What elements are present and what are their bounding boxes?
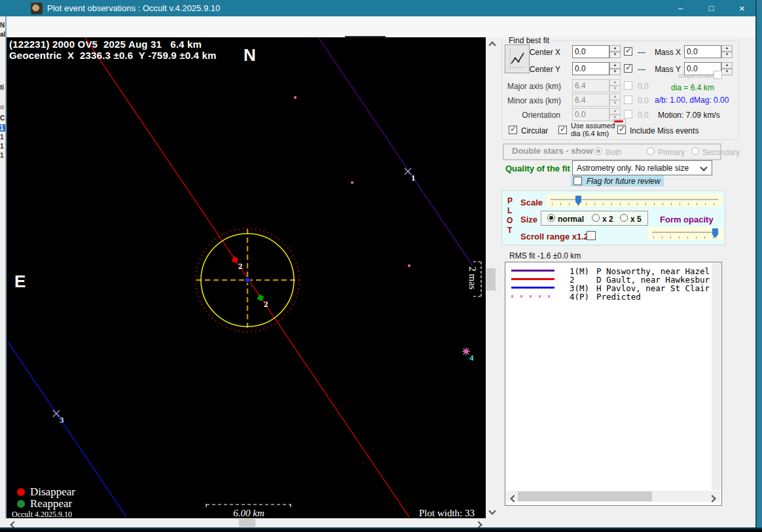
major-axis-checkbox[interactable] [624, 81, 632, 90]
scroll-left-icon[interactable] [510, 495, 517, 502]
orientation-checkbox[interactable] [624, 110, 632, 118]
observers-listbox[interactable]: 1(M) P Nosworthy, near Hazel 2 D Gault, … [505, 262, 722, 506]
mass-y-stepper[interactable]: ▲▼ [721, 62, 733, 75]
size-label: Size [520, 215, 537, 224]
plot-letter-l: L [507, 206, 512, 215]
minor-axis-input[interactable]: 6.4 [572, 94, 609, 107]
major-axis-stepper[interactable]: ▲▼ [609, 79, 621, 92]
include-miss-checkbox[interactable] [617, 126, 626, 134]
center-x-stepper[interactable]: ▲▼ [609, 45, 621, 58]
size-x2-radio[interactable] [592, 214, 600, 222]
strip-fragment: o [0, 103, 5, 111]
star-dot [408, 264, 410, 267]
orientation-input[interactable]: 0.0 [572, 108, 609, 121]
quality-dropdown[interactable]: Astrometry only. No reliable size [572, 160, 712, 175]
disappear-dot-icon [17, 488, 25, 496]
flag-review-checkbox[interactable] [573, 177, 582, 185]
center-x-checkbox[interactable] [624, 47, 632, 56]
observer-row[interactable]: 4(P) Predicted [509, 292, 539, 300]
legend-line-swatch [511, 278, 554, 280]
title-bar[interactable]: Plot event observations : Occult v.4.202… [0, 0, 762, 16]
scroll-up-icon[interactable] [488, 41, 496, 48]
listbox-horizontal-scrollbar[interactable] [506, 491, 720, 502]
shape-model-checkbox[interactable] [714, 71, 722, 79]
plot-vertical-scrollbar[interactable] [486, 37, 496, 517]
center-y-stepper[interactable]: ▲▼ [609, 62, 621, 75]
size-normal-radio[interactable] [547, 214, 555, 222]
double-stars-primary-radio[interactable] [647, 147, 655, 155]
double-stars-both-radio[interactable] [594, 147, 602, 155]
center-y-checkbox[interactable] [624, 64, 632, 73]
minimize-button[interactable]: – [665, 0, 696, 16]
background-window-strip: N al ti o C 1 1 1 1 [0, 16, 7, 518]
plot-version-label: Occult 4.2025.9.10 [12, 510, 72, 518]
scroll-range-checkbox[interactable] [587, 231, 596, 240]
menu-bar: with Plot... Plot options... ? Help Keep… [0, 16, 762, 37]
star-dot [294, 96, 297, 99]
use-assumed-label-1: Use assumed [571, 122, 615, 130]
circular-checkbox[interactable] [509, 126, 517, 134]
form-opacity-ticks [653, 236, 717, 239]
observer-row[interactable]: 1(M) P Nosworthy, near Hazel [509, 266, 539, 275]
plot-letter-p: P [507, 196, 513, 205]
form-opacity-label: Form opacity [660, 215, 714, 224]
close-button[interactable]: × [727, 0, 757, 16]
window-title: Plot event observations : Occult v.4.202… [47, 3, 220, 13]
x-marker [53, 410, 60, 417]
strip-fragment: 1 [0, 124, 5, 132]
include-miss-label: Include Miss events [630, 126, 698, 135]
star-dot [351, 181, 354, 184]
marker-label: 4 [469, 353, 474, 363]
maximize-button[interactable]: □ [696, 0, 727, 16]
scroll-down-icon[interactable] [488, 507, 496, 514]
plot-letter-t: T [507, 226, 512, 235]
size-x2-label: x 2 [602, 215, 613, 224]
dia-value: dia = 6.4 km [671, 83, 714, 92]
mass-x-input[interactable]: 0.0 [684, 45, 721, 58]
size-x5-radio[interactable] [620, 214, 628, 222]
orientation-label: Orientation [507, 111, 560, 120]
observer-row[interactable]: 3(M) H Pavlov, near St Clair [509, 283, 539, 292]
center-x-input[interactable]: 0.0 [572, 45, 609, 58]
major-axis-flag: 0.0 [638, 82, 649, 91]
shape-model-label: Shape model [678, 73, 713, 79]
scale-bar-label: 6.00 km [206, 508, 291, 518]
occultation-plot-canvas[interactable]: (122231) 2000 OV5 2025 Aug 31 6.4 km Geo… [7, 37, 486, 518]
double-stars-secondary-radio[interactable] [691, 147, 699, 155]
scroll-range-label: Scroll range x1.25 [520, 232, 593, 241]
listbox-vertical-scrollbar[interactable] [712, 263, 721, 490]
double-stars-primary-label: Primary [658, 148, 685, 157]
minor-axis-stepper[interactable]: ▲▼ [609, 94, 621, 107]
chevron-down-icon [700, 164, 707, 171]
scale-slider[interactable] [547, 194, 722, 207]
scroll-right-icon[interactable] [708, 495, 716, 502]
double-stars-both-label: Both [606, 148, 622, 157]
major-axis-input[interactable]: 6.4 [572, 79, 609, 92]
mass-x-stepper[interactable]: ▲▼ [721, 45, 733, 58]
form-opacity-slider[interactable] [648, 227, 723, 240]
reappear-dot-icon [17, 500, 25, 508]
center-y-input[interactable]: 0.0 [572, 62, 609, 75]
plot-title-line2: Geocentric X 2336.3 ±0.6 Y -759.9 ±0.4 k… [9, 50, 217, 61]
window-right-border [755, 0, 762, 532]
plot-vscroll-thumb[interactable] [486, 268, 496, 291]
strip-fragment: 1 [0, 133, 5, 141]
plot-horizontal-scrollbar[interactable] [7, 518, 486, 527]
size-radio-group: normal x 2 x 5 [541, 211, 648, 226]
marker-label: 1 [411, 173, 416, 183]
flag-review-label: Flag for future review [587, 177, 661, 186]
plot-hscroll-thumb[interactable] [239, 519, 255, 527]
observer-row[interactable]: 2 D Gault, near Hawkesbur [509, 275, 539, 283]
use-assumed-checkbox[interactable] [558, 126, 567, 134]
observer-name: Predicted [596, 292, 641, 302]
flag-review-row: Flag for future review [571, 175, 664, 186]
strip-fragment: ti [0, 84, 5, 91]
center-x-flag: --- [638, 48, 645, 57]
strip-fragment: al [0, 31, 5, 38]
listbox-hscroll-thumb[interactable] [518, 491, 652, 501]
plot-title-line1: (122231) 2000 OV5 2025 Aug 31 6.4 km [9, 39, 202, 50]
minor-axis-checkbox[interactable] [624, 96, 632, 104]
rms-fit-value: RMS fit -1.6 ±0.0 km [509, 251, 581, 260]
plot-width-label: Plot width: 33 km [419, 508, 486, 518]
double-stars-secondary-label: Secondary [702, 148, 740, 157]
